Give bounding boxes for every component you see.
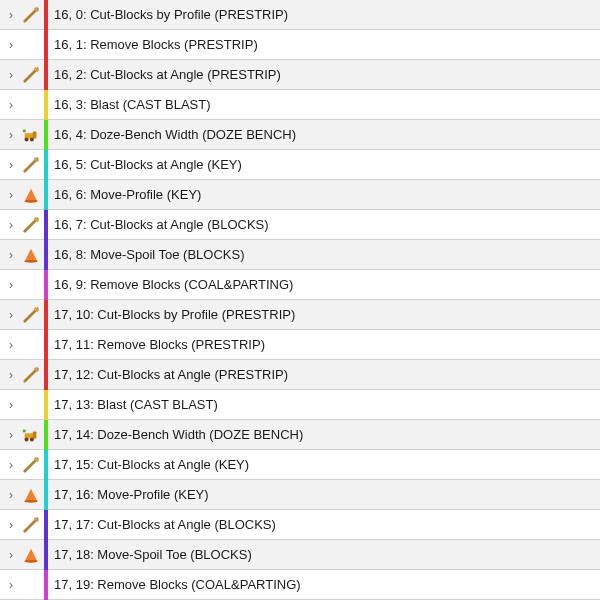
expand-chevron-icon[interactable]: › — [4, 458, 18, 472]
category-color-bar — [44, 300, 48, 330]
expand-chevron-icon[interactable]: › — [4, 68, 18, 82]
tree-item-label: 16, 4: Doze-Bench Width (DOZE BENCH) — [54, 127, 296, 142]
svg-rect-8 — [23, 129, 26, 132]
expand-chevron-icon[interactable]: › — [4, 248, 18, 262]
tree-item[interactable]: ›16, 3: Blast (CAST BLAST) — [0, 90, 600, 120]
expand-chevron-icon[interactable]: › — [4, 518, 18, 532]
tree-item[interactable]: ›17, 15: Cut-Blocks at Angle (KEY) — [0, 450, 600, 480]
tree-item[interactable]: ›16, 5: Cut-Blocks at Angle (KEY) — [0, 150, 600, 180]
tree-item[interactable]: ›16, 7: Cut-Blocks at Angle (BLOCKS) — [0, 210, 600, 240]
tree-item-label: 16, 9: Remove Blocks (COAL&PARTING) — [54, 277, 293, 292]
expand-chevron-icon[interactable]: › — [4, 338, 18, 352]
dozer-icon — [20, 124, 42, 146]
tree-item[interactable]: ›16, 9: Remove Blocks (COAL&PARTING) — [0, 270, 600, 300]
category-color-bar — [44, 90, 48, 120]
tree-item-label: 16, 1: Remove Blocks (PRESTRIP) — [54, 37, 258, 52]
tree-item[interactable]: ›17, 16: Move-Profile (KEY) — [0, 480, 600, 510]
svg-marker-15 — [25, 248, 38, 261]
svg-rect-22 — [33, 431, 37, 438]
category-color-bar — [44, 30, 48, 60]
svg-point-12 — [24, 199, 38, 202]
category-color-bar — [44, 360, 48, 390]
svg-point-7 — [30, 137, 34, 141]
category-color-bar — [44, 540, 48, 570]
svg-marker-32 — [25, 548, 38, 561]
tree-item[interactable]: ›17, 14: Doze-Bench Width (DOZE BENCH) — [0, 420, 600, 450]
tree-item[interactable]: ›17, 19: Remove Blocks (COAL&PARTING) — [0, 570, 600, 600]
tree-item-label: 17, 16: Move-Profile (KEY) — [54, 487, 209, 502]
tree-item-label: 16, 5: Cut-Blocks at Angle (KEY) — [54, 157, 242, 172]
expand-chevron-icon[interactable]: › — [4, 428, 18, 442]
none-icon — [20, 94, 42, 116]
svg-marker-28 — [25, 488, 38, 501]
cut-icon — [20, 364, 42, 386]
tree-item[interactable]: ›16, 4: Doze-Bench Width (DOZE BENCH) — [0, 120, 600, 150]
expand-chevron-icon[interactable]: › — [4, 398, 18, 412]
dozer-icon — [20, 424, 42, 446]
tree-item[interactable]: ›16, 6: Move-Profile (KEY) — [0, 180, 600, 210]
svg-line-9 — [25, 158, 38, 171]
tree-item[interactable]: ›17, 11: Remove Blocks (PRESTRIP) — [0, 330, 600, 360]
expand-chevron-icon[interactable]: › — [4, 488, 18, 502]
expand-chevron-icon[interactable]: › — [4, 128, 18, 142]
cut-icon — [20, 514, 42, 536]
svg-point-16 — [24, 259, 38, 262]
expand-chevron-icon[interactable]: › — [4, 578, 18, 592]
svg-line-26 — [25, 458, 38, 471]
tree-item[interactable]: ›17, 13: Blast (CAST BLAST) — [0, 390, 600, 420]
expand-chevron-icon[interactable]: › — [4, 188, 18, 202]
svg-point-24 — [30, 437, 34, 441]
tree-item-label: 16, 6: Move-Profile (KEY) — [54, 187, 201, 202]
svg-point-23 — [25, 437, 29, 441]
expand-chevron-icon[interactable]: › — [4, 8, 18, 22]
category-color-bar — [44, 450, 48, 480]
expand-chevron-icon[interactable]: › — [4, 38, 18, 52]
category-color-bar — [44, 330, 48, 360]
svg-marker-11 — [25, 188, 38, 201]
tree-item[interactable]: ›16, 8: Move-Spoil Toe (BLOCKS) — [0, 240, 600, 270]
tree-item-label: 16, 7: Cut-Blocks at Angle (BLOCKS) — [54, 217, 269, 232]
none-icon — [20, 34, 42, 56]
expand-chevron-icon[interactable]: › — [4, 308, 18, 322]
cut-icon — [20, 304, 42, 326]
tree-item[interactable]: ›16, 2: Cut-Blocks at Angle (PRESTRIP) — [0, 60, 600, 90]
none-icon — [20, 274, 42, 296]
category-color-bar — [44, 120, 48, 150]
svg-line-30 — [25, 518, 38, 531]
svg-line-13 — [25, 218, 38, 231]
svg-line-2 — [25, 68, 38, 81]
tree-item[interactable]: ›17, 18: Move-Spoil Toe (BLOCKS) — [0, 540, 600, 570]
svg-rect-25 — [23, 429, 26, 432]
tree-item[interactable]: ›17, 10: Cut-Blocks by Profile (PRESTRIP… — [0, 300, 600, 330]
pile-icon — [20, 244, 42, 266]
expand-chevron-icon[interactable]: › — [4, 368, 18, 382]
category-color-bar — [44, 570, 48, 600]
category-color-bar — [44, 240, 48, 270]
tree-item-label: 16, 8: Move-Spoil Toe (BLOCKS) — [54, 247, 245, 262]
svg-line-17 — [25, 308, 38, 321]
tree-item-label: 17, 15: Cut-Blocks at Angle (KEY) — [54, 457, 249, 472]
tree-item-label: 17, 17: Cut-Blocks at Angle (BLOCKS) — [54, 517, 276, 532]
tree-item-label: 17, 11: Remove Blocks (PRESTRIP) — [54, 337, 265, 352]
cut-icon — [20, 214, 42, 236]
category-color-bar — [44, 60, 48, 90]
cut-icon — [20, 4, 42, 26]
tree-item-label: 17, 13: Blast (CAST BLAST) — [54, 397, 218, 412]
category-color-bar — [44, 480, 48, 510]
tree-item[interactable]: ›17, 12: Cut-Blocks at Angle (PRESTRIP) — [0, 360, 600, 390]
expand-chevron-icon[interactable]: › — [4, 278, 18, 292]
expand-chevron-icon[interactable]: › — [4, 548, 18, 562]
category-color-bar — [44, 210, 48, 240]
expand-chevron-icon[interactable]: › — [4, 98, 18, 112]
tree-item-label: 16, 2: Cut-Blocks at Angle (PRESTRIP) — [54, 67, 281, 82]
svg-point-29 — [24, 499, 38, 502]
pile-icon — [20, 184, 42, 206]
tree-item[interactable]: ›16, 1: Remove Blocks (PRESTRIP) — [0, 30, 600, 60]
expand-chevron-icon[interactable]: › — [4, 218, 18, 232]
tree-item-label: 17, 10: Cut-Blocks by Profile (PRESTRIP) — [54, 307, 295, 322]
category-color-bar — [44, 510, 48, 540]
cut-icon — [20, 454, 42, 476]
tree-item[interactable]: ›17, 17: Cut-Blocks at Angle (BLOCKS) — [0, 510, 600, 540]
expand-chevron-icon[interactable]: › — [4, 158, 18, 172]
tree-item[interactable]: ›16, 0: Cut-Blocks by Profile (PRESTRIP) — [0, 0, 600, 30]
